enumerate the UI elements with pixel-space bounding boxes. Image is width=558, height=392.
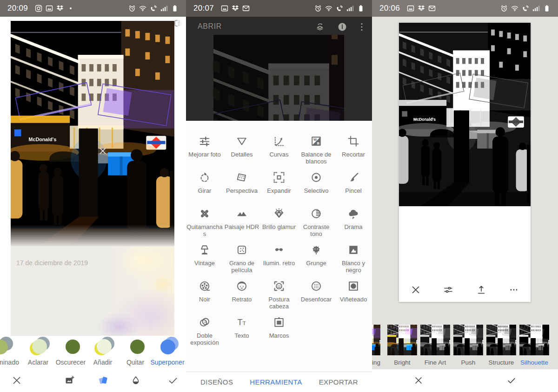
tool-double-exposure[interactable]: Doble exposición xyxy=(186,316,223,352)
tool-retrolux[interactable]: Ilumin. retro xyxy=(260,243,298,280)
svg-text:McDonald's: McDonald's xyxy=(413,117,436,122)
history-stack-icon[interactable] xyxy=(314,21,326,33)
tool-white-balance[interactable]: WBBalance de blancos xyxy=(298,135,335,171)
filter-thumb-image xyxy=(420,325,450,355)
tool-perspective[interactable]: Perspectiva xyxy=(223,171,260,207)
tool-lens-blur[interactable]: Desenfocar xyxy=(298,280,335,316)
panel-tools-menu: 20:07 ABRIR xyxy=(186,0,372,392)
filter-thumb-bright[interactable]: Bright xyxy=(387,325,417,366)
brush-mode-row: minadoAclararOscurecerAñadirQuitarSuperp… xyxy=(0,338,186,367)
brush-mode-swatch xyxy=(30,338,46,355)
tool-portrait[interactable]: Retrato xyxy=(223,280,260,316)
close-icon[interactable] xyxy=(410,284,421,295)
tool-grunge[interactable]: Grunge xyxy=(298,243,335,280)
tune-sliders-icon[interactable] xyxy=(443,284,454,295)
tool-drama[interactable]: Drama xyxy=(335,207,372,243)
tool-rotate[interactable]: Girar xyxy=(186,171,223,207)
tool-frames[interactable]: Marcos xyxy=(260,316,298,352)
tool-label: Blanco y negro xyxy=(335,260,372,274)
cancel-button[interactable] xyxy=(11,375,22,386)
confirm-button[interactable] xyxy=(506,375,517,385)
tool-head-pose[interactable]: Postura cabeza xyxy=(260,280,298,316)
brush-mode-aclarar[interactable]: Aclarar xyxy=(20,338,57,366)
lens-blur-icon xyxy=(310,280,323,293)
brush-mode-superponer[interactable]: Superponer xyxy=(149,338,186,366)
confirm-button[interactable] xyxy=(167,375,179,386)
filter-thumb-label: Structure xyxy=(486,359,516,366)
photo-image: McDonald's xyxy=(11,21,174,246)
tools-grid: Mejorar fotoDetallesCurvasWBBalance de b… xyxy=(186,121,372,352)
filter-thumb-structure[interactable]: Structure xyxy=(486,325,516,366)
frames-icon xyxy=(272,316,286,329)
opacity-button[interactable] xyxy=(130,375,141,386)
more-icon[interactable] xyxy=(508,284,519,295)
tool-tune[interactable]: Mejorar foto xyxy=(186,135,223,171)
photo-editing-screenshots: 20:09 McDonald's xyxy=(0,0,558,392)
text-icon: TT xyxy=(235,316,248,329)
alarm-icon xyxy=(314,5,322,12)
tool-label: Brillo glamur xyxy=(262,223,296,230)
notification-dot-icon xyxy=(67,5,74,12)
filter-thumb-color[interactable]: ing xyxy=(372,325,380,366)
tool-label: Pincel xyxy=(345,187,361,194)
tool-healing[interactable]: Quitamanchas xyxy=(186,207,223,243)
cancel-button[interactable] xyxy=(413,375,424,385)
brush-mode-swatch xyxy=(127,338,144,355)
tool-details[interactable]: Detalles xyxy=(223,135,260,171)
photo-canvas[interactable]: McDonald's xyxy=(11,21,174,246)
overflow-menu-icon[interactable] xyxy=(356,21,367,33)
brush-mode-label: Oscurecer xyxy=(52,359,89,366)
brush-mode-añadir[interactable]: Añadir xyxy=(84,338,121,366)
bottom-toolbar xyxy=(0,369,186,392)
tool-text[interactable]: TTTexto xyxy=(223,316,260,352)
tool-vintage[interactable]: Vintage xyxy=(186,243,223,280)
tab-exportar[interactable]: EXPORTAR xyxy=(319,378,358,386)
blend-style-button[interactable] xyxy=(98,375,109,386)
tool-label: Quitamanchas xyxy=(186,223,223,237)
add-image-button[interactable] xyxy=(64,375,75,386)
wifi-icon xyxy=(511,5,518,12)
signal-icon xyxy=(532,5,540,12)
healing-icon xyxy=(198,207,211,220)
photo-date-caption: 17 de diciembre de 2019 xyxy=(16,259,88,267)
tool-curves[interactable]: Curvas xyxy=(260,135,298,171)
tool-grain[interactable]: Grano de película xyxy=(223,243,260,280)
filter-thumb-push[interactable]: Push xyxy=(453,325,483,366)
tool-label: Viñeteado xyxy=(340,296,367,303)
tool-label: Vintage xyxy=(194,260,215,267)
gran-via-night-scene: McDonald's xyxy=(213,35,344,121)
signal-icon xyxy=(346,5,354,12)
filter-thumb-label: Fine Art xyxy=(420,359,450,366)
battery-icon xyxy=(357,5,365,12)
brush-marker-x-icon xyxy=(98,146,107,156)
filter-thumb-silhouette[interactable]: Silhouette xyxy=(519,325,549,366)
tool-black-white[interactable]: Blanco y negro xyxy=(335,243,372,280)
compare-icon[interactable] xyxy=(173,19,182,28)
tool-noir[interactable]: Noir xyxy=(186,280,223,316)
tool-selective[interactable]: Selectivo xyxy=(298,171,335,207)
brush-mode-oscurecer[interactable]: Oscurecer xyxy=(52,338,89,366)
tool-tonal-contrast[interactable]: Contraste tono xyxy=(298,207,335,243)
photo-preview-dimmed: McDonald's xyxy=(213,35,344,121)
tab-herramienta[interactable]: HERRAMIENTA xyxy=(250,378,302,386)
wifi-icon xyxy=(139,5,146,12)
photo-bottom-fade xyxy=(11,225,174,246)
tool-vignette[interactable]: Viñeteado xyxy=(335,280,372,316)
tool-crop[interactable]: Recortar xyxy=(335,135,372,171)
tab-diseños[interactable]: DISEÑOS xyxy=(200,378,233,386)
export-icon[interactable] xyxy=(476,284,487,295)
tool-glamour[interactable]: Brillo glamur xyxy=(260,207,298,243)
info-icon[interactable] xyxy=(337,21,348,33)
tool-label: Desenfocar xyxy=(301,296,332,303)
open-menu-label[interactable]: ABRIR xyxy=(198,22,222,31)
tool-brush[interactable]: Pincel xyxy=(335,171,372,207)
battery-icon xyxy=(171,5,179,12)
wifi-calling-icon xyxy=(522,5,529,12)
gran-via-night-scene xyxy=(519,325,549,355)
filter-thumb-fineart[interactable]: Fine Art xyxy=(420,325,450,366)
tool-label: Ilumin. retro xyxy=(263,260,295,267)
brush-mode-quitar[interactable]: Quitar xyxy=(117,338,154,366)
system-status-icons xyxy=(314,5,365,12)
tool-hdr[interactable]: Paisaje HDR xyxy=(223,207,260,243)
tool-expand[interactable]: Expandir xyxy=(260,171,298,207)
